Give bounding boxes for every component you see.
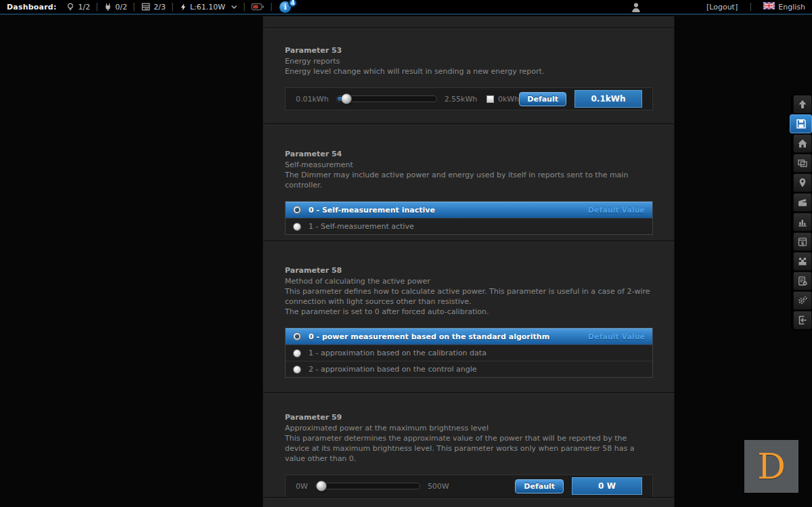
energy-report-slider[interactable]	[336, 95, 437, 102]
lights-count: 1/2	[78, 3, 90, 12]
zero-kwh-checkbox[interactable]	[487, 95, 494, 103]
lightning-icon	[179, 2, 187, 12]
parameter-name: Self-measurement	[285, 160, 653, 170]
plug-icon	[104, 2, 112, 12]
parameter-id: Parameter 53	[285, 45, 653, 56]
slider-row: 0W 500W Default 0 W	[285, 475, 653, 497]
option-list: 0 - Self-measurement inactive Default Va…	[285, 201, 653, 235]
outlets-count: 0/2	[115, 3, 127, 12]
language-label: English	[778, 3, 805, 12]
separator: |	[270, 2, 273, 12]
parameter-53-section: Parameter 53 Energy reports Energy level…	[263, 27, 674, 123]
separator: |	[95, 2, 98, 12]
radio-selected-icon	[293, 332, 301, 340]
parameter-name: Approximated power at the maximum bright…	[285, 423, 653, 433]
parameter-name: Energy reports	[285, 56, 653, 66]
slider-handle[interactable]	[341, 93, 352, 104]
outlets-status[interactable]: 0/2	[104, 2, 127, 12]
option-label: 1 - Self-measurement active	[309, 222, 414, 231]
separator: |	[171, 2, 174, 12]
brand-logo: D	[744, 440, 798, 493]
option-control-angle[interactable]: 2 - approximation based on the control a…	[286, 361, 652, 377]
radio-selected-icon	[293, 206, 301, 214]
home-icon[interactable]	[793, 134, 812, 153]
next-section-sliver	[263, 497, 674, 507]
option-calibration-data[interactable]: 1 - approximation based on the calibrati…	[286, 345, 652, 361]
option-standard-algorithm[interactable]: 0 - power measurement based on the stand…	[286, 328, 652, 345]
blinds-status[interactable]: 2/3	[141, 2, 166, 12]
parameter-54-section: Parameter 54 Self-measurement The Dimmer…	[263, 123, 674, 240]
separator: |	[749, 2, 752, 12]
default-value-badge: Default Value	[588, 206, 645, 215]
device-configuration-panel: Parameter 53 Energy reports Energy level…	[263, 16, 675, 507]
default-button[interactable]: Default	[515, 479, 564, 493]
option-label: 0 - Self-measurement inactive	[309, 206, 435, 215]
slider-row: 0.01kWh 2.55kWh 0kWh Default 0.1kWh	[285, 87, 653, 110]
parameter-id: Parameter 59	[285, 412, 653, 422]
radio-icon	[293, 349, 301, 357]
option-label: 0 - power measurement based on the stand…	[309, 332, 549, 341]
value-display[interactable]: 0 W	[572, 477, 642, 495]
reports-icon[interactable]	[793, 271, 812, 290]
blinds-count: 2/3	[154, 3, 166, 12]
slider-handle[interactable]	[316, 481, 327, 491]
parameter-59-section: Parameter 59 Approximated power at the m…	[263, 392, 674, 497]
checkbox-label: 0kWh	[498, 95, 519, 104]
parameter-id: Parameter 58	[285, 265, 653, 275]
topbar-right: [Logout] | English	[706, 2, 805, 12]
approx-power-slider[interactable]	[315, 483, 420, 489]
language-selector[interactable]: English	[763, 2, 805, 12]
billing-icon[interactable]: $	[793, 232, 812, 251]
slider-max-label: 2.55kWh	[445, 95, 478, 104]
dashboard-title: Dashboard:	[7, 3, 56, 12]
default-value-badge: Default Value	[588, 332, 645, 341]
slider-min-label: 0W	[296, 482, 308, 491]
default-button[interactable]: Default	[519, 92, 566, 106]
scroll-top-icon[interactable]	[793, 95, 812, 114]
side-toolbar: $	[791, 94, 812, 330]
lightbulb-icon	[66, 2, 75, 12]
option-list: 0 - power measurement based on the stand…	[285, 328, 653, 378]
top-bar: Dashboard: 1/2 | 0/2 | 2/3 | L:61.10W | …	[0, 0, 812, 15]
info-button[interactable]: i 4	[279, 1, 291, 13]
plugins-icon[interactable]	[793, 252, 812, 271]
blinds-icon	[141, 2, 151, 12]
statistics-icon[interactable]	[793, 213, 812, 232]
power-reading: L:61.10W	[190, 3, 225, 12]
option-self-measurement-inactive[interactable]: 0 - Self-measurement inactive Default Va…	[286, 202, 652, 218]
chevron-down-icon[interactable]	[231, 5, 238, 9]
parameter-58-section: Parameter 58 Method of calculating the a…	[263, 240, 674, 392]
lights-status[interactable]: 1/2	[66, 2, 90, 12]
save-icon[interactable]	[790, 114, 812, 133]
option-label: 2 - approximation based on the control a…	[309, 365, 477, 374]
parameter-description: Energy level change which will result in…	[285, 66, 653, 76]
user-icon[interactable]	[631, 2, 641, 15]
radio-icon	[293, 223, 301, 231]
parameter-description: The Dimmer may include active power and …	[285, 170, 653, 190]
slider-max-label: 500W	[428, 482, 449, 491]
parameter-description: The parameter is set to 0 after forced a…	[285, 307, 653, 317]
slider-min-label: 0.01kWh	[296, 95, 329, 104]
parameter-description: This parameter determines the approximat…	[285, 433, 653, 464]
value-display[interactable]: 0.1kWh	[574, 90, 642, 108]
uk-flag-icon	[763, 2, 775, 12]
battery-icon[interactable]	[251, 2, 265, 12]
gallery-icon[interactable]	[793, 154, 812, 173]
scenes-icon[interactable]	[793, 193, 812, 212]
separator: |	[243, 2, 246, 12]
svg-text:$: $	[800, 240, 804, 246]
notification-badge: 4	[288, 0, 297, 7]
power-status[interactable]: L:61.10W	[179, 2, 238, 12]
logout-link[interactable]: [Logout]	[706, 3, 738, 12]
radio-icon	[293, 366, 301, 374]
parameter-name: Method of calculating the active power	[285, 276, 653, 286]
previous-section-sliver	[263, 16, 674, 27]
option-self-measurement-active[interactable]: 1 - Self-measurement active	[286, 218, 652, 234]
exit-icon[interactable]	[793, 311, 812, 330]
parameter-id: Parameter 54	[285, 149, 653, 159]
separator: |	[133, 2, 135, 12]
logo-letter: D	[757, 449, 786, 484]
settings-icon[interactable]	[793, 291, 812, 310]
location-icon[interactable]	[793, 173, 812, 192]
option-label: 1 - approximation based on the calibrati…	[309, 349, 487, 357]
